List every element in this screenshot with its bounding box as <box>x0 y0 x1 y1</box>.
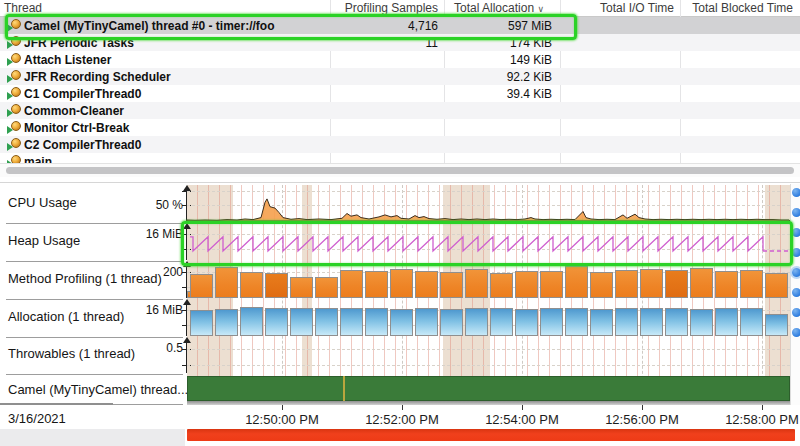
row-toggle-icon[interactable] <box>792 228 800 237</box>
horizontal-scrollbar[interactable] <box>0 163 800 177</box>
time-label: 12:58:00 PM <box>725 412 799 427</box>
allocation-bar <box>415 308 438 336</box>
time-tick <box>762 405 763 410</box>
thread-row[interactable]: C1 CompilerThread039.4 KiB <box>0 85 800 102</box>
horizontal-gridline <box>187 349 790 350</box>
row-toggle-icon[interactable] <box>792 188 800 197</box>
thread-icon <box>7 19 21 32</box>
vertical-axis <box>186 340 187 373</box>
method-profiling-bar <box>565 266 588 298</box>
thread-running-triangle-icon <box>7 126 13 134</box>
thread-name: C2 CompilerThread0 <box>24 138 141 152</box>
row-separator <box>6 374 183 375</box>
thread-icon <box>7 53 21 66</box>
thread-name: main <box>24 155 52 163</box>
column-header-total-io-time[interactable]: Total I/O Time <box>566 1 674 15</box>
method-profiling-bar <box>465 269 488 298</box>
thread-name: Monitor Ctrl-Break <box>24 121 129 135</box>
row-scale-throwables: 0.5 <box>140 341 183 355</box>
thread-row[interactable]: C2 CompilerThread0 <box>0 136 800 153</box>
thread-running-triangle-icon <box>7 143 13 151</box>
row-toggle-icon[interactable] <box>792 248 800 257</box>
allocation-bar <box>190 310 213 336</box>
cpu-usage-chart[interactable] <box>187 185 790 223</box>
thread-icon <box>7 36 21 49</box>
allocation-bar <box>765 314 788 336</box>
horizontal-gridline <box>187 365 790 366</box>
thread-row[interactable]: JFR Periodic Tasks11174 KiB <box>0 34 800 51</box>
timeline-range-scrollbar[interactable] <box>187 429 795 441</box>
total-allocation-value: 92.2 KiB <box>446 70 552 84</box>
event-marker <box>343 376 345 401</box>
thread-row[interactable]: Common-Cleaner <box>0 102 800 119</box>
thread-name: Attach Listener <box>24 53 111 67</box>
method-profiling-bar <box>540 271 563 298</box>
method-profiling-bar <box>640 269 663 298</box>
thread-running-bar <box>187 376 790 401</box>
thread-name: C1 CompilerThread0 <box>24 87 141 101</box>
allocation-bar <box>465 308 488 336</box>
column-header-total-blocked-time[interactable]: Total Blocked Time <box>686 1 793 15</box>
method-profiling-bar <box>515 271 538 298</box>
axis-arrow-icon <box>183 261 191 267</box>
row-separator <box>6 299 183 300</box>
row-label-method-profiling: Method Profiling (1 thread) <box>8 271 162 286</box>
column-header-thread[interactable]: Thread <box>4 1 42 15</box>
profiling-samples-value: 11 <box>332 36 438 50</box>
row-toggle-icon[interactable] <box>792 328 800 337</box>
row-scale-method: 200 <box>140 265 183 279</box>
total-allocation-value: 174 KiB <box>446 36 552 50</box>
time-label: 12:52:00 PM <box>365 412 439 427</box>
heap-usage-chart[interactable] <box>187 223 790 261</box>
thread-name: JFR Periodic Tasks <box>24 36 134 50</box>
allocation-bar <box>365 308 388 336</box>
row-toggle-icon[interactable] <box>792 288 800 297</box>
row-toggle-icon-active[interactable] <box>792 268 800 277</box>
allocation-bar <box>240 307 263 336</box>
date-separator <box>0 403 113 405</box>
method-profiling-bar <box>340 270 363 298</box>
column-header-total-allocation[interactable]: Total Allocation ∨ <box>446 1 544 15</box>
allocation-bar <box>290 308 313 336</box>
thread-row[interactable]: Monitor Ctrl-Break <box>0 119 800 136</box>
vertical-axis <box>186 302 187 336</box>
thread-table: Thread Profiling Samples Total Allocatio… <box>0 0 800 176</box>
thread-row[interactable]: Attach Listener149 KiB <box>0 51 800 68</box>
throwables-chart[interactable] <box>187 337 790 374</box>
method-profiling-bar <box>715 271 738 298</box>
allocation-bar <box>540 308 563 336</box>
table-body: Camel (MyTinyCamel) thread #0 - timer://… <box>0 17 800 163</box>
allocation-chart[interactable] <box>187 299 790 337</box>
row-label-allocation: Allocation (1 thread) <box>8 309 124 324</box>
row-settings-strip <box>790 184 800 405</box>
thread-state-timeline[interactable]: 12:50:00 PM 12:52:00 PM 12:54:00 PM 12:5… <box>187 374 790 434</box>
row-separator <box>6 261 183 262</box>
row-toggle-icon[interactable] <box>792 308 800 317</box>
method-profiling-bar <box>265 273 288 298</box>
thread-row[interactable]: Camel (MyTinyCamel) thread #0 - timer://… <box>0 17 800 34</box>
method-profiling-chart[interactable] <box>187 261 790 299</box>
method-profiling-bar <box>590 272 613 298</box>
thread-row[interactable]: JFR Recording Scheduler92.2 KiB <box>0 68 800 85</box>
method-profiling-bar <box>615 270 638 298</box>
column-header-profiling-samples[interactable]: Profiling Samples <box>332 1 438 15</box>
total-allocation-value: 149 KiB <box>446 53 552 67</box>
row-label-camel-thread: Camel (MyTinyCamel) thread... <box>8 382 188 397</box>
time-label: 12:50:00 PM <box>245 412 319 427</box>
axis-arrow-icon <box>183 337 191 343</box>
allocation-bar <box>665 308 688 336</box>
thread-icon <box>7 138 21 151</box>
profiling-samples-value: 4,716 <box>332 19 438 33</box>
row-separator <box>6 223 183 224</box>
row-toggle-icon[interactable] <box>792 208 800 217</box>
timeline-axis-strip <box>187 401 790 405</box>
thread-row[interactable]: main <box>0 153 800 163</box>
row-label-heap-usage: Heap Usage <box>8 233 80 248</box>
thread-running-triangle-icon <box>7 58 13 66</box>
allocation-bar <box>215 309 238 336</box>
thread-icon <box>7 104 21 117</box>
method-profiling-bar <box>390 269 413 298</box>
thread-name: Common-Cleaner <box>24 104 124 118</box>
allocation-bar <box>565 308 588 336</box>
horizontal-scrollbar-thumb[interactable] <box>6 167 794 174</box>
